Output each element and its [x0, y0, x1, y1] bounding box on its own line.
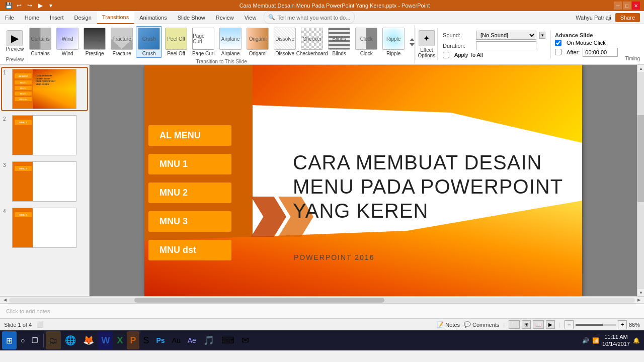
normal-view-button[interactable]: ⬜	[509, 320, 520, 329]
tell-me-input[interactable]: 🔍 Tell me what you want to do...	[264, 11, 355, 24]
slide-thumb-1[interactable]: 1 ★ AL MENU MNU 1 MNU 2	[2, 68, 87, 110]
trans-prestige[interactable]: Prestige Prestige	[82, 27, 108, 57]
trans-dissolve[interactable]: Dissolve Dissolve	[272, 27, 298, 57]
vscroll-thumb[interactable]	[637, 115, 644, 202]
menu-item-al-menu[interactable]: AL MENU	[148, 125, 231, 146]
trans-crush[interactable]: Crush Crush	[136, 26, 162, 58]
powerpoint-button[interactable]: P	[127, 331, 139, 349]
notes-button[interactable]: 📝 Notes	[437, 321, 460, 328]
undo-icon[interactable]: ↩	[15, 1, 24, 10]
keyboard-button[interactable]: ⌨	[218, 331, 237, 349]
firefox-button[interactable]: 🦊	[80, 331, 97, 349]
trans-peel-off[interactable]: Peel Off Peel Off	[163, 27, 189, 57]
trans-origami[interactable]: Origami Origami	[245, 27, 271, 57]
word-button[interactable]: W	[98, 331, 113, 349]
trans-blinds[interactable]: Blinds Blinds	[326, 27, 352, 57]
on-mouse-click-label: On Mouse Click	[567, 40, 606, 46]
search-button[interactable]: ○	[18, 331, 28, 349]
on-mouse-click-checkbox[interactable]	[555, 40, 561, 46]
blinds-label: Blinds	[333, 51, 346, 56]
trans-clock[interactable]: Clock Clock	[353, 27, 379, 57]
menu-item-mnu3[interactable]: MNU 3	[148, 211, 231, 232]
scroll-down-button[interactable]: ▼	[637, 289, 644, 296]
zoom-slider[interactable]	[576, 324, 616, 326]
trans-wind[interactable]: Wind Wind	[54, 27, 80, 57]
tab-design[interactable]: Design	[69, 11, 97, 24]
airplane-label: Airplane	[221, 51, 240, 56]
tab-view[interactable]: View	[239, 11, 262, 24]
reading-view-button[interactable]: 📖	[533, 320, 544, 329]
zoom-in-button[interactable]: +	[618, 320, 627, 329]
windows-icon: ⊞	[6, 336, 13, 345]
sound-dropdown-arrow[interactable]: ▾	[539, 32, 545, 39]
volume-icon[interactable]: 🔊	[582, 337, 589, 344]
photoshop-button[interactable]: Ps	[153, 331, 168, 349]
menu-item-mnu1[interactable]: MNU 1	[148, 154, 231, 174]
start-button[interactable]: ⊞	[2, 331, 17, 349]
edge-button[interactable]: 🌐	[62, 331, 79, 349]
slide-thumb-4[interactable]: 4 ★ MENU 3	[2, 207, 87, 249]
taskview-button[interactable]: ❐	[29, 331, 41, 349]
scroll-left-button[interactable]: ◀	[1, 297, 9, 304]
save-icon[interactable]: 💾	[4, 1, 13, 10]
slideshow-button[interactable]: ▶	[546, 320, 555, 329]
redo-icon[interactable]: ↪	[25, 1, 34, 10]
notification-icon[interactable]: 🔔	[633, 337, 640, 344]
music-button[interactable]: 🎵	[200, 331, 217, 349]
hscroll-thumb[interactable]	[134, 298, 385, 303]
zoom-out-button[interactable]: −	[565, 320, 574, 329]
after-checkbox[interactable]	[555, 49, 561, 55]
more-icon[interactable]: ▾	[46, 1, 55, 10]
tab-transitions[interactable]: Transitions	[97, 11, 134, 24]
transition-scroll-arrow[interactable]	[409, 37, 416, 47]
minimize-button[interactable]: ─	[614, 2, 622, 10]
close-button[interactable]: ✕	[632, 2, 640, 10]
sound-select[interactable]: [No Sound]	[476, 31, 536, 40]
network-icon[interactable]: 📶	[592, 337, 599, 344]
apply-all-checkbox[interactable]	[443, 52, 449, 58]
scroll-right-button[interactable]: ▶	[635, 297, 643, 304]
tab-animations[interactable]: Animations	[134, 11, 172, 24]
aftereffects-button[interactable]: Ae	[185, 331, 199, 349]
slide-num-3: 3	[3, 162, 10, 168]
slide-thumb-3[interactable]: 3 ★ MENU 2	[2, 160, 87, 203]
notes-bar[interactable]: Click to add notes	[0, 303, 644, 318]
slide-preview-1: AL MENU MNU 1 MNU 2 MNU 3 MNU dst CARA M…	[12, 69, 76, 109]
trans-checkerboard[interactable]: Checker Checkerboard	[299, 27, 325, 57]
menu-item-mnu2[interactable]: MNU 2	[148, 183, 231, 203]
tab-slideshow[interactable]: Slide Show	[173, 11, 211, 24]
mail-button[interactable]: ✉	[238, 331, 252, 349]
clock-label: Clock	[360, 51, 373, 56]
slideshow-icon[interactable]: ▶	[36, 1, 45, 10]
comments-button[interactable]: 💬 Comments	[464, 321, 499, 328]
slide-thumb-2[interactable]: 2 ★ MENU 1	[2, 114, 87, 156]
trans-page-curl[interactable]: Page Curl Page Curl	[190, 27, 216, 57]
scroll-up-button[interactable]: ▲	[637, 65, 644, 72]
tab-home[interactable]: Home	[20, 11, 45, 24]
trans-airplane[interactable]: Airplane Airplane	[217, 27, 244, 57]
timing-section: Sound: [No Sound] ▾ Duration: Apply To A…	[439, 29, 549, 60]
menu-item-mnu-dst[interactable]: MNU dst	[148, 240, 231, 260]
tab-review[interactable]: Review	[211, 11, 239, 24]
duration-input[interactable]	[476, 41, 536, 50]
slide-sorter-button[interactable]: ⊞	[522, 320, 531, 329]
app-s-button[interactable]: S	[140, 331, 152, 349]
zoom-percent: 86%	[629, 322, 640, 328]
excel-button[interactable]: X	[114, 331, 126, 349]
maximize-button[interactable]: □	[623, 2, 631, 10]
effect-options-button[interactable]: ✦ EffectOptions	[416, 28, 438, 60]
share-button[interactable]: Share	[615, 13, 640, 22]
slide-canvas[interactable]: AL MENU MNU 1 MNU 2 MNU 3 MNU dst CARA M…	[144, 65, 582, 296]
preview-button[interactable]: ▶ Preview	[4, 29, 26, 53]
tab-file[interactable]: File	[0, 11, 20, 24]
trans-curtains[interactable]: Curtains Curtains	[27, 27, 53, 57]
horizontal-scrollbar: ◀ ▶	[0, 296, 644, 303]
after-input[interactable]	[583, 48, 618, 57]
file-explorer-button[interactable]: 🗂	[46, 331, 61, 349]
ribbon-tabs: File Home Insert Design Transitions Anim…	[0, 11, 644, 24]
tab-insert[interactable]: Insert	[45, 11, 69, 24]
audition-button[interactable]: Au	[169, 331, 184, 349]
trans-ripple[interactable]: Ripple Ripple	[380, 27, 407, 57]
preview-label: Preview	[6, 46, 24, 52]
trans-fracture[interactable]: Fracture Fracture	[109, 27, 135, 57]
